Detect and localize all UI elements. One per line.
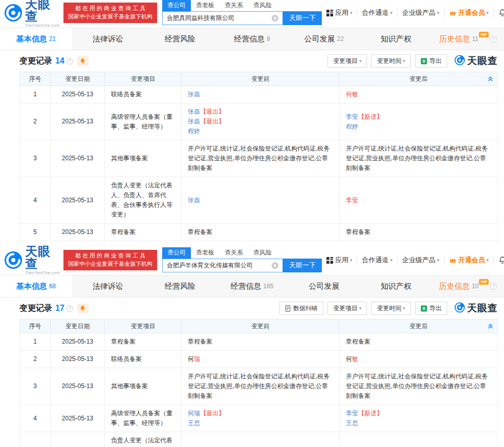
- tab-company-development[interactable]: 公司发展22: [288, 28, 360, 50]
- filter-change-item-button[interactable]: 变更项目▾: [327, 54, 367, 68]
- search-tab-2[interactable]: 查关系: [220, 247, 248, 259]
- tab-legal-proceedings[interactable]: 法律诉讼: [72, 275, 144, 297]
- nav-apps[interactable]: 应用▾: [322, 256, 357, 265]
- cell-line: 何瑞【退出】: [188, 409, 333, 418]
- clear-icon[interactable]: [271, 262, 279, 269]
- filter-change-time-button[interactable]: 变更时间▾: [371, 302, 411, 315]
- tab-label: 经营信息: [234, 34, 265, 44]
- column-header: 变更项目: [105, 320, 182, 333]
- person-link[interactable]: 何瑞: [188, 410, 200, 417]
- person-link[interactable]: 何敏: [346, 91, 358, 98]
- cell-line: 程婷: [188, 126, 333, 136]
- search-tab-0[interactable]: 查公司: [162, 247, 191, 259]
- tab-history-info[interactable]: 历史信息10VIP?: [432, 275, 504, 297]
- cell-line: 王思: [346, 418, 491, 428]
- person-link[interactable]: 张磊: [188, 197, 200, 204]
- tab-label: 经营信息: [231, 282, 261, 291]
- person-link[interactable]: 张磊: [188, 91, 200, 98]
- help-icon[interactable]: ?: [490, 36, 497, 42]
- logo-text: 天眼查: [25, 0, 60, 23]
- help-icon[interactable]: ?: [67, 305, 73, 312]
- nav-user[interactable]: 费米▾: [493, 8, 504, 17]
- nav-cooperation-channel[interactable]: 合作通道▾: [357, 256, 397, 265]
- search-tab-3[interactable]: 查风险: [248, 247, 277, 259]
- column-header: 变更前: [182, 320, 340, 333]
- watermark-text: 天眼查: [467, 302, 498, 315]
- person-link[interactable]: 李莹: [346, 113, 358, 120]
- help-icon[interactable]: ?: [490, 283, 497, 290]
- person-link[interactable]: 程婷: [188, 127, 200, 135]
- tab-business-risk[interactable]: 经营风险: [144, 275, 216, 297]
- tool-button-label: 变更时间: [377, 57, 401, 66]
- cell-change-before: 开户许可证,统计证,社会保险登记证,机构代码证,税务登记证,营业执照,单位办理住…: [182, 140, 340, 177]
- help-icon[interactable]: ?: [67, 58, 73, 65]
- tab-intellectual-property[interactable]: 知识产权: [360, 275, 432, 297]
- search-tab-2[interactable]: 查关系: [220, 0, 248, 11]
- tianyancha-logo[interactable]: 天眼查 TianYanCha.com: [4, 245, 60, 275]
- tab-basic-info[interactable]: 基本信息68: [0, 275, 72, 297]
- nav-apps[interactable]: 应用▾: [322, 8, 357, 17]
- person-link[interactable]: 张磊: [188, 118, 200, 125]
- tianyancha-logo[interactable]: 天眼查 TianYanCha.com: [4, 0, 60, 28]
- filter-change-item-button[interactable]: 变更项目▾: [327, 302, 367, 315]
- person-link[interactable]: 李莹: [346, 410, 358, 417]
- cell-text: 【新进】: [358, 113, 383, 120]
- section-count: 14: [55, 56, 64, 66]
- tab-operating-info[interactable]: 经营信息185: [216, 275, 288, 297]
- search-tab-3[interactable]: 查风险: [248, 0, 277, 11]
- cell-index: 1: [20, 86, 51, 103]
- tab-bar: 基本信息21法律诉讼经营风险经营信息8公司发展22知识产权历史信息11VIP?: [0, 28, 504, 50]
- tab-basic-info[interactable]: 基本信息21: [0, 28, 72, 50]
- tab-intellectual-property[interactable]: 知识产权: [360, 28, 432, 50]
- tab-operating-info[interactable]: 经营信息8: [216, 28, 288, 50]
- collapse-all-icon[interactable]: [488, 323, 493, 329]
- export-button[interactable]: 导出: [415, 54, 447, 68]
- cell-change-before: 何瑞: [182, 351, 340, 368]
- cell-change-after: 李莹【新进】程婷: [340, 103, 498, 140]
- tab-business-risk[interactable]: 经营风险: [144, 28, 216, 50]
- tianyancha-watermark-icon: [454, 302, 465, 314]
- nav-vip-membership[interactable]: 开通会员▾: [444, 256, 494, 265]
- search-input[interactable]: [162, 11, 283, 25]
- search-tab-0[interactable]: 查公司: [162, 0, 191, 11]
- person-link[interactable]: 王思: [346, 419, 358, 427]
- search-tab-1[interactable]: 查老板: [191, 0, 220, 11]
- person-link[interactable]: 张磊: [188, 108, 200, 115]
- notify-bell-icon[interactable]: [77, 56, 89, 66]
- search-tab-1[interactable]: 查老板: [191, 247, 220, 259]
- nav-user[interactable]: 费米▾: [493, 256, 504, 265]
- person-link[interactable]: 王思: [188, 419, 200, 427]
- data-correction-button[interactable]: 数据纠错: [279, 302, 323, 315]
- cell-text: 开户许可证,统计证,社会保险登记证,机构代码证,税务登记证,营业执照,单位办理住…: [188, 373, 330, 399]
- collapse-all-icon[interactable]: [488, 76, 493, 82]
- top-nav: 应用▾合作通道▾企业级产品▾开通会员▾费米▾: [322, 8, 504, 17]
- nav-enterprise-products[interactable]: 企业级产品▾: [397, 8, 444, 17]
- person-link[interactable]: 李莹: [346, 197, 358, 204]
- person-link[interactable]: 程婷: [346, 123, 358, 130]
- tab-legal-proceedings[interactable]: 法律诉讼: [72, 28, 144, 50]
- cell-change-before: 何瑞: [182, 432, 340, 447]
- cell-change-date: 2025-05-13: [51, 103, 105, 140]
- cell-line: 何敏: [346, 354, 491, 364]
- export-button[interactable]: 导出: [415, 302, 447, 315]
- filter-change-time-button[interactable]: 变更时间▾: [371, 54, 411, 68]
- cell-line: 李莹【新进】: [346, 112, 491, 122]
- search-button[interactable]: 天眼一下: [283, 259, 322, 272]
- tab-company-development[interactable]: 公司发展: [288, 275, 360, 297]
- cell-change-before: 何瑞【退出】王思: [182, 405, 340, 432]
- cell-change-date: 2025-05-13: [51, 351, 105, 368]
- notify-bell-icon[interactable]: [77, 304, 89, 313]
- tianyancha-watermark: 天眼查: [454, 302, 498, 315]
- nav-vip-membership[interactable]: 开通会员▾: [444, 8, 494, 17]
- clear-icon[interactable]: [271, 14, 279, 22]
- crown-icon: [449, 257, 456, 263]
- nav-enterprise-products[interactable]: 企业级产品▾: [397, 256, 444, 265]
- cell-change-after: 章程备案: [340, 333, 498, 351]
- search-input[interactable]: [162, 259, 283, 272]
- tab-history-info[interactable]: 历史信息11VIP?: [432, 28, 504, 50]
- nav-cooperation-channel[interactable]: 合作通道▾: [357, 8, 397, 17]
- cell-change-date: 2025-05-13: [51, 86, 105, 103]
- crown-icon: [449, 10, 456, 16]
- search-button[interactable]: 天眼一下: [283, 11, 322, 25]
- column-header-label: 变更前: [251, 323, 270, 330]
